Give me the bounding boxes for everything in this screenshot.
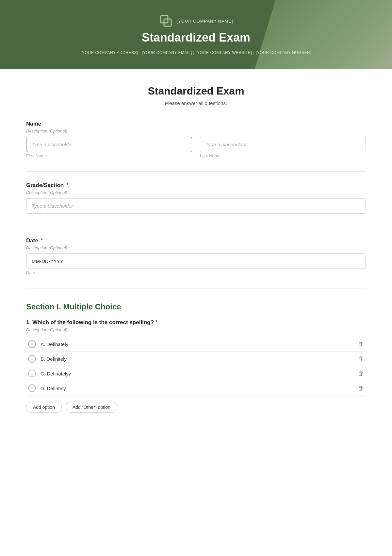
first-name-input[interactable]: Type a placeholder	[26, 137, 192, 152]
question-1-label: 1. Which of the following is the correct…	[26, 319, 366, 326]
options-list: A. Definately 🗑 B. Definitely 🗑 C. Defin…	[26, 337, 366, 396]
header-logo-area: [YOUR COMPANY NAME]	[159, 14, 233, 28]
grade-section: Grade/Section * Description (Optional) T…	[26, 182, 366, 214]
date-description: Description (Optional)	[26, 245, 366, 250]
option-d-item: D. Defintely 🗑	[26, 381, 366, 396]
date-input[interactable]: MM-DD-YYYY	[26, 253, 366, 269]
option-b-radio[interactable]	[28, 355, 36, 363]
header-contact: [YOUR COMPANY ADDRESS] | [YOUR COMPANY E…	[81, 50, 311, 55]
option-c-radio[interactable]	[28, 370, 36, 377]
date-sublabel: Date	[26, 270, 366, 275]
last-name-input[interactable]: Type a placeholder	[200, 137, 366, 152]
option-c-delete-icon[interactable]: 🗑	[358, 370, 364, 377]
option-a-text: A. Definately	[41, 341, 68, 347]
option-d-delete-icon[interactable]: 🗑	[358, 385, 364, 392]
page-header: [YOUR COMPANY NAME] Standardized Exam [Y…	[0, 0, 392, 69]
company-name-label: [YOUR COMPANY NAME]	[176, 19, 233, 24]
grade-input[interactable]: Type a placeholder	[26, 198, 366, 214]
grade-label: Grade/Section *	[26, 182, 366, 189]
name-description: Description (Optional)	[26, 129, 366, 133]
option-a-radio[interactable]	[28, 340, 36, 348]
grade-required-marker: *	[65, 182, 68, 188]
first-name-field: Type a placeholder First Name	[26, 137, 192, 158]
last-name-sublabel: Last Name	[200, 153, 366, 158]
option-b-delete-icon[interactable]: 🗑	[358, 356, 364, 362]
option-c-text: C. Definatelyy	[41, 371, 71, 376]
date-section: Date * Description (Optional) MM-DD-YYYY…	[26, 237, 366, 275]
question-1-section: 1. Which of the following is the correct…	[26, 319, 366, 413]
section-1-header: Section I. Multiple Choice	[26, 299, 366, 311]
option-a-delete-icon[interactable]: 🗑	[358, 341, 364, 348]
main-content: Standardized Exam Please answer all ques…	[0, 69, 392, 556]
company-logo-icon	[159, 14, 173, 28]
option-d-radio[interactable]	[28, 384, 36, 392]
name-row: Type a placeholder First Name Type a pla…	[26, 137, 366, 158]
option-c-item: C. Definatelyy 🗑	[26, 366, 366, 381]
add-option-button[interactable]: Add option	[26, 402, 62, 413]
option-b-item: B. Definitely 🗑	[26, 352, 366, 366]
question-1-number: 1.	[26, 319, 32, 325]
option-d-text: D. Defintely	[41, 386, 66, 391]
divider-3	[26, 288, 366, 288]
form-title: Standardized Exam	[26, 85, 366, 97]
option-b-left: B. Definitely	[28, 355, 67, 363]
grade-description: Description (Optional)	[26, 190, 366, 195]
divider-2	[26, 227, 366, 227]
add-other-option-button[interactable]: Add "Other" option	[66, 402, 117, 413]
first-name-sublabel: First Name	[26, 153, 192, 158]
option-d-left: D. Defintely	[28, 384, 66, 392]
option-c-left: C. Definatelyy	[28, 370, 71, 377]
question-1-required: *	[154, 319, 157, 325]
date-label: Date *	[26, 237, 366, 244]
date-required-marker: *	[39, 237, 43, 244]
header-background	[255, 0, 392, 69]
option-a-item: A. Definately 🗑	[26, 337, 366, 352]
option-a-left: A. Definately	[28, 340, 68, 348]
question-1-description: Description (Optional)	[26, 327, 366, 332]
header-title: Standardized Exam	[142, 31, 250, 44]
option-b-text: B. Definitely	[41, 356, 67, 362]
divider-1	[26, 171, 366, 172]
question-1-text: Which of the following is the correct sp…	[32, 319, 154, 325]
form-subtitle: Please answer all questions.	[26, 100, 366, 106]
last-name-field: Type a placeholder Last Name	[200, 137, 366, 158]
name-label: Name	[26, 121, 366, 127]
name-section: Name Description (Optional) Type a place…	[26, 121, 366, 158]
add-option-row: Add option Add "Other" option	[26, 402, 366, 413]
